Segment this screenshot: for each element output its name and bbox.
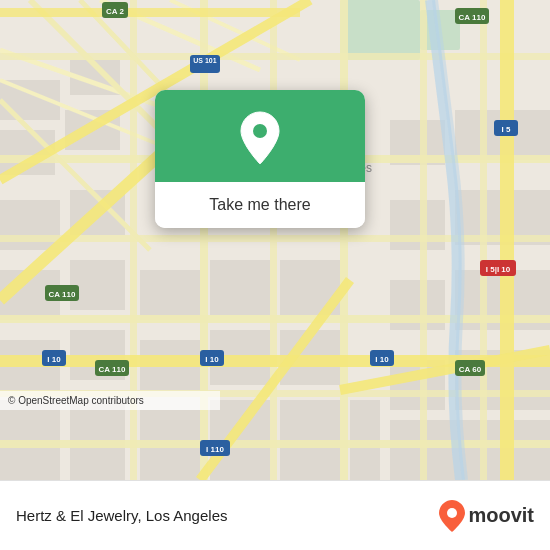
take-me-there-button[interactable]: Take me there <box>155 182 365 228</box>
svg-text:I 10: I 10 <box>205 355 219 364</box>
svg-text:CA 2: CA 2 <box>106 7 124 16</box>
location-pin-icon <box>237 110 283 166</box>
svg-rect-24 <box>390 420 550 480</box>
svg-rect-59 <box>0 8 300 17</box>
svg-rect-49 <box>420 0 427 480</box>
svg-text:CA 110: CA 110 <box>49 290 76 299</box>
svg-text:I 10: I 10 <box>47 355 61 364</box>
svg-rect-8 <box>0 200 60 250</box>
svg-rect-2 <box>340 0 420 60</box>
svg-rect-18 <box>390 200 445 250</box>
svg-text:I 5: I 5 <box>502 125 511 134</box>
svg-text:I 110: I 110 <box>206 445 224 454</box>
map-container: CA 2 US 101 CA 110 CA 110 I 10 I 10 I 10… <box>0 0 550 480</box>
card-header <box>155 90 365 182</box>
svg-rect-47 <box>270 0 277 480</box>
moovit-text: moovit <box>468 504 534 527</box>
svg-text:CA 60: CA 60 <box>459 365 482 374</box>
bottom-bar: Hertz & El Jewelry, Los Angeles moovit <box>0 480 550 550</box>
svg-rect-50 <box>480 0 487 480</box>
svg-rect-26 <box>210 260 270 315</box>
svg-rect-25 <box>140 270 200 320</box>
svg-rect-11 <box>70 260 125 310</box>
svg-point-86 <box>253 124 267 138</box>
svg-text:I 10: I 10 <box>375 355 389 364</box>
moovit-logo-icon <box>438 499 466 533</box>
moovit-logo: moovit <box>438 499 534 533</box>
svg-rect-48 <box>340 0 348 480</box>
svg-point-87 <box>447 508 457 518</box>
svg-text:CA 110: CA 110 <box>99 365 126 374</box>
svg-rect-54 <box>500 0 514 480</box>
svg-text:I 5|I 10: I 5|I 10 <box>486 265 511 274</box>
location-name: Hertz & El Jewelry, Los Angeles <box>16 507 227 524</box>
svg-text:US 101: US 101 <box>193 57 216 64</box>
location-card: Take me there <box>155 90 365 228</box>
svg-text:CA 110: CA 110 <box>459 13 486 22</box>
map-attribution: © OpenStreetMap contributors <box>0 391 220 410</box>
